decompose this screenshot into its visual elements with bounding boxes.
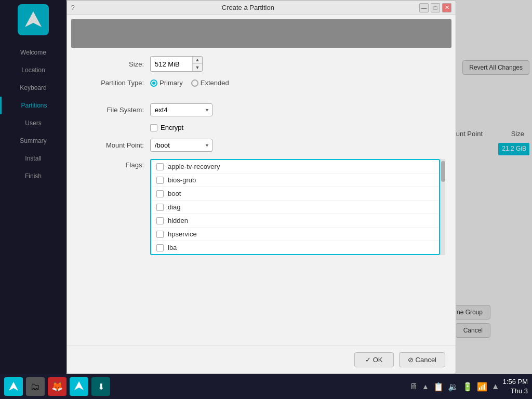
- flag-item-lba[interactable]: lba: [151, 241, 439, 254]
- flag-item-bios-grub[interactable]: bios-grub: [151, 174, 439, 187]
- modal-titlebar: ? Create a Partition — □ ✕: [67, 1, 456, 15]
- flags-row: Flags: apple-tv-recovery bios-grub boot: [77, 159, 445, 255]
- radio-extended-indicator: [191, 79, 198, 87]
- tray-expand-icon[interactable]: ▲: [491, 382, 500, 391]
- ok-label: OK: [373, 356, 383, 364]
- svg-marker-1: [9, 382, 18, 391]
- partition-type-row: Partition Type: Primary Extended: [77, 79, 445, 87]
- terminal-icon[interactable]: ▲: [422, 382, 429, 391]
- flag-label-boot: boot: [168, 190, 181, 197]
- volume-icon[interactable]: 🔉: [448, 382, 458, 392]
- flag-label-hidden: hidden: [168, 217, 188, 224]
- flag-checkbox-boot[interactable]: [156, 190, 164, 197]
- ok-icon: ✓: [365, 356, 371, 364]
- flag-label-apple-tv-recovery: apple-tv-recovery: [168, 163, 220, 170]
- modal-footer: ✓ OK ⊘ Cancel: [67, 345, 456, 374]
- taskbar-systray: 🖥 ▲ 📋 🔉 🔋 📶 ▲: [409, 382, 500, 392]
- clock-date: Thu 3: [503, 387, 528, 396]
- help-icon: ?: [71, 4, 75, 11]
- flag-item-apple-tv-recovery[interactable]: apple-tv-recovery: [151, 160, 439, 174]
- radio-extended[interactable]: Extended: [191, 79, 229, 87]
- close-button[interactable]: ✕: [442, 3, 451, 12]
- battery-icon[interactable]: 🔋: [462, 382, 473, 392]
- taskbar-files-icon[interactable]: 🗂: [26, 377, 45, 396]
- filesystem-select-wrapper: ext4 ext3 ext2 fat32 ntfs swap btrfs xfs: [150, 103, 212, 116]
- flag-item-boot[interactable]: boot: [151, 187, 439, 201]
- taskbar: 🗂 🦊 ⬇ 🖥 ▲ 📋 🔉 🔋 📶 ▲ 1:56 PM Thu 3: [0, 374, 532, 399]
- clock-time: 1:56 PM: [503, 377, 528, 387]
- partition-type-label: Partition Type:: [77, 79, 150, 87]
- cancel-label: Cancel: [416, 356, 436, 364]
- flags-list-wrapper: apple-tv-recovery bios-grub boot diag: [150, 159, 445, 255]
- mount-point-label: Mount Point:: [77, 141, 150, 149]
- filesystem-select[interactable]: ext4 ext3 ext2 fat32 ntfs swap btrfs xfs: [150, 103, 212, 116]
- flag-label-hpservice: hpservice: [168, 230, 197, 238]
- size-spinners: ▲ ▼: [192, 57, 202, 71]
- radio-extended-label: Extended: [201, 79, 229, 87]
- flag-label-diag: diag: [168, 203, 181, 211]
- filesystem-label: File System:: [77, 106, 150, 114]
- size-up-button[interactable]: ▲: [193, 57, 202, 64]
- size-down-button[interactable]: ▼: [193, 64, 202, 71]
- flags-label: Flags:: [77, 159, 150, 169]
- flag-item-hpservice[interactable]: hpservice: [151, 228, 439, 241]
- flags-scrollbar[interactable]: [440, 159, 445, 255]
- flag-checkbox-hpservice[interactable]: [156, 231, 164, 238]
- cancel-button[interactable]: ⊘ Cancel: [399, 352, 445, 367]
- maximize-button[interactable]: □: [431, 3, 440, 12]
- filesystem-row: File System: ext4 ext3 ext2 fat32 ntfs s…: [77, 103, 445, 116]
- flag-checkbox-lba[interactable]: [156, 244, 164, 251]
- spacer: [77, 94, 445, 103]
- taskbar-browser-icon[interactable]: 🦊: [48, 377, 66, 396]
- flag-item-diag[interactable]: diag: [151, 201, 439, 214]
- radio-primary-indicator: [150, 79, 157, 87]
- modal-title: Create a Partition: [77, 4, 419, 11]
- flags-list[interactable]: apple-tv-recovery bios-grub boot diag: [150, 159, 440, 255]
- size-input-container: ▲ ▼: [150, 56, 203, 72]
- modal-form: Size: ▲ ▼ Partition Type: Primary Extend…: [67, 52, 456, 345]
- radio-primary[interactable]: Primary: [150, 79, 183, 87]
- display-icon[interactable]: 🖥: [409, 382, 418, 391]
- taskbar-manjaro-icon[interactable]: [4, 377, 23, 396]
- encrypt-checkbox-item[interactable]: Encrypt: [150, 124, 183, 131]
- flag-checkbox-diag[interactable]: [156, 204, 164, 211]
- size-label: Size:: [77, 60, 150, 68]
- svg-marker-2: [74, 381, 84, 390]
- minimize-button[interactable]: —: [419, 3, 429, 12]
- size-row: Size: ▲ ▼: [77, 56, 445, 72]
- mount-point-select-wrapper: /boot / /home /var /tmp swap: [150, 139, 212, 152]
- ok-button[interactable]: ✓ OK: [354, 352, 394, 367]
- titlebar-buttons: — □ ✕: [419, 3, 451, 12]
- flag-checkbox-apple-tv-recovery[interactable]: [156, 163, 164, 170]
- encrypt-label: Encrypt: [161, 124, 183, 131]
- partition-visual-bar: [71, 19, 451, 48]
- flag-label-bios-grub: bios-grub: [168, 176, 196, 184]
- radio-primary-label: Primary: [159, 79, 183, 87]
- mount-point-select[interactable]: /boot / /home /var /tmp swap: [150, 139, 212, 152]
- mount-point-row: Mount Point: /boot / /home /var /tmp swa…: [77, 139, 445, 152]
- flags-scrollbar-thumb: [441, 161, 445, 182]
- size-input[interactable]: [151, 57, 192, 71]
- cancel-icon: ⊘: [408, 356, 414, 364]
- create-partition-dialog: ? Create a Partition — □ ✕ Size: ▲ ▼ Par…: [66, 0, 456, 374]
- flag-checkbox-hidden[interactable]: [156, 217, 164, 224]
- flag-item-hidden[interactable]: hidden: [151, 214, 439, 228]
- encrypt-row: Encrypt: [77, 124, 445, 131]
- partition-type-group: Primary Extended: [150, 79, 229, 87]
- flag-label-lba: lba: [168, 244, 177, 251]
- taskbar-installer-icon[interactable]: ⬇: [91, 377, 110, 396]
- taskbar-system-icon[interactable]: [70, 377, 88, 396]
- network-icon[interactable]: 📶: [477, 382, 487, 392]
- clipboard-icon[interactable]: 📋: [433, 382, 444, 392]
- flag-checkbox-bios-grub[interactable]: [156, 177, 164, 184]
- encrypt-checkbox[interactable]: [150, 124, 157, 131]
- taskbar-clock: 1:56 PM Thu 3: [503, 377, 528, 396]
